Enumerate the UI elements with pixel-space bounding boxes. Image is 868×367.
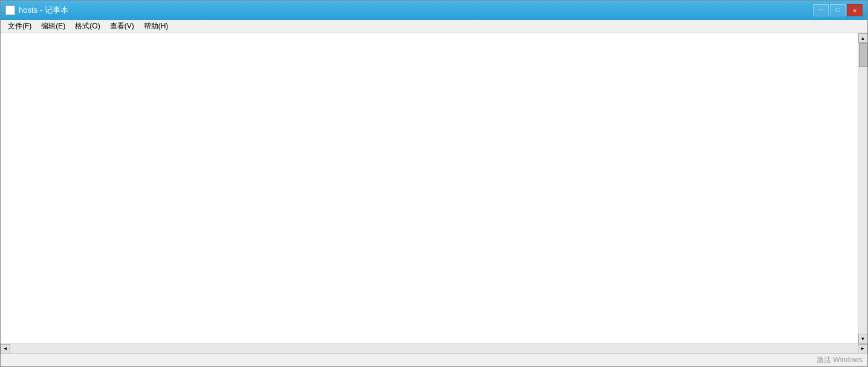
scroll-left-button[interactable]: ◄ bbox=[1, 344, 10, 354]
file-menu-item[interactable]: 文件(F) bbox=[3, 20, 36, 33]
format-menu-item[interactable]: 格式(O) bbox=[70, 20, 105, 33]
title-bar: hosts - 记事本 ─ □ ✕ bbox=[1, 1, 867, 20]
minimize-button[interactable]: ─ bbox=[813, 4, 829, 16]
notepad-icon bbox=[5, 5, 15, 15]
scroll-thumb[interactable] bbox=[859, 43, 867, 67]
scroll-down-button[interactable]: ▼ bbox=[858, 334, 868, 343]
title-bar-left: hosts - 记事本 bbox=[5, 5, 68, 16]
notepad-window: hosts - 记事本 ─ □ ✕ 文件(F) 编辑(E) 格式(O) 查看(V… bbox=[0, 0, 868, 367]
maximize-button[interactable]: □ bbox=[830, 4, 846, 16]
content-area: ▲ ▼ bbox=[1, 33, 867, 343]
activate-windows-text: 激活 Windows bbox=[817, 355, 863, 365]
close-button[interactable]: ✕ bbox=[847, 4, 863, 16]
window-title: hosts - 记事本 bbox=[19, 5, 68, 16]
view-menu-item[interactable]: 查看(V) bbox=[105, 20, 139, 33]
scroll-up-button[interactable]: ▲ bbox=[858, 33, 868, 43]
title-buttons: ─ □ ✕ bbox=[813, 4, 863, 16]
horizontal-scrollbar[interactable]: ◄ ► bbox=[1, 343, 867, 353]
bottom-area: ◄ ► 激活 Windows bbox=[1, 343, 867, 366]
scroll-track-h bbox=[10, 344, 858, 353]
vertical-scrollbar[interactable]: ▲ ▼ bbox=[858, 33, 867, 343]
edit-menu-item[interactable]: 编辑(E) bbox=[36, 20, 70, 33]
scroll-track bbox=[858, 43, 867, 334]
help-menu-item[interactable]: 帮助(H) bbox=[139, 20, 173, 33]
text-editor[interactable] bbox=[1, 33, 858, 343]
status-bar: 激活 Windows bbox=[1, 353, 867, 366]
menu-bar: 文件(F) 编辑(E) 格式(O) 查看(V) 帮助(H) bbox=[1, 20, 867, 33]
scroll-right-button[interactable]: ► bbox=[858, 344, 867, 354]
